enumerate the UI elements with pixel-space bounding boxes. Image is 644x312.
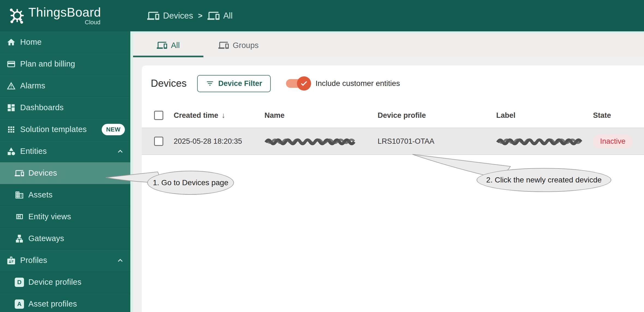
sidebar-item-label: Asset profiles bbox=[28, 299, 77, 308]
sidebar-item-entities[interactable]: Entities bbox=[0, 140, 130, 162]
logo-title: ThingsBoard bbox=[28, 5, 101, 19]
logo-subtitle: Cloud bbox=[85, 19, 100, 26]
sidebar-item-label: Device profiles bbox=[28, 278, 82, 287]
profiles-subgroup: D Device profiles A Asset profiles bbox=[0, 271, 130, 312]
sidebar-item-home[interactable]: Home bbox=[0, 31, 130, 53]
sidebar-item-label: Dashboards bbox=[20, 103, 64, 112]
column-header-name[interactable]: Name bbox=[264, 111, 378, 120]
sort-desc-icon: ↓ bbox=[222, 111, 225, 120]
sidebar-item-label: Plan and billing bbox=[20, 59, 75, 68]
redacted-scribble bbox=[496, 136, 583, 146]
devices-icon bbox=[147, 10, 159, 22]
tab-label: Groups bbox=[233, 41, 258, 50]
breadcrumb: Devices > All bbox=[147, 0, 233, 31]
sidebar-item-alarms[interactable]: Alarms bbox=[0, 75, 130, 97]
cell-name-redacted bbox=[264, 136, 378, 146]
callout-bubble-1: 1. Go to Devices page bbox=[147, 171, 234, 195]
status-badge-inactive: Inactive bbox=[593, 134, 633, 148]
home-icon bbox=[7, 38, 16, 47]
sidebar-item-label: Home bbox=[20, 38, 42, 47]
cell-created-time: 2025-05-28 18:20:35 bbox=[174, 137, 264, 146]
callout-text: 2. Click the newly created devicde bbox=[486, 176, 601, 184]
sidebar-item-asset-profiles[interactable]: A Asset profiles bbox=[0, 293, 130, 312]
gear-logo-icon bbox=[8, 7, 26, 25]
breadcrumb-item-devices[interactable]: Devices bbox=[147, 10, 193, 22]
sidebar-item-label: Gateways bbox=[28, 234, 64, 243]
cell-device-profile: LRS10701-OTAA bbox=[378, 137, 496, 146]
breadcrumb-separator: > bbox=[198, 11, 202, 20]
logo-text: ThingsBoard Cloud bbox=[28, 5, 101, 26]
sidebar-item-plan-and-billing[interactable]: Plan and billing bbox=[0, 53, 130, 75]
devices-table: Created time ↓ Name Device profile Label… bbox=[142, 103, 644, 155]
active-tab-indicator bbox=[133, 56, 203, 57]
lan-tree-icon bbox=[15, 234, 24, 243]
sidebar-item-dashboards[interactable]: Dashboards bbox=[0, 97, 130, 119]
include-customer-entities-toggle-wrap: Include customer entities bbox=[286, 76, 400, 91]
column-label: Device profile bbox=[378, 111, 426, 120]
id-badge-icon bbox=[7, 256, 16, 265]
category-shapes-icon bbox=[7, 147, 16, 156]
sidebar-nav: Home Plan and billing Alarms Dashboards … bbox=[0, 31, 130, 312]
asset-profile-letter-icon: A bbox=[15, 299, 24, 309]
devices-icon bbox=[207, 10, 219, 22]
entities-subgroup: Devices Assets Entity views Gateways bbox=[0, 162, 130, 250]
chevron-up-icon[interactable] bbox=[116, 147, 125, 156]
device-filter-button-label: Device Filter bbox=[218, 79, 262, 88]
column-header-device-profile[interactable]: Device profile bbox=[378, 111, 496, 120]
toggle-label: Include customer entities bbox=[315, 79, 400, 88]
device-filter-button[interactable]: Device Filter bbox=[197, 75, 271, 92]
thingsboard-app: ThingsBoard Cloud Devices > All Home Pla… bbox=[0, 0, 644, 312]
view-quilt-icon bbox=[15, 212, 24, 221]
warning-triangle-icon bbox=[7, 81, 16, 91]
sidebar-item-label: Entities bbox=[20, 147, 47, 156]
devices-icon bbox=[218, 40, 229, 50]
filter-icon bbox=[206, 79, 214, 88]
devices-icon bbox=[157, 40, 167, 50]
top-header-bar: ThingsBoard Cloud Devices > All bbox=[0, 0, 644, 31]
apps-grid-icon bbox=[7, 125, 16, 134]
breadcrumb-item-all[interactable]: All bbox=[207, 10, 233, 22]
breadcrumb-label: Devices bbox=[163, 11, 193, 21]
devices-toolbar: Devices Device Filter Include customer e… bbox=[142, 74, 644, 93]
column-label: Name bbox=[264, 111, 285, 120]
sidebar-item-label: Profiles bbox=[20, 256, 47, 265]
column-header-label[interactable]: Label bbox=[496, 111, 593, 120]
page-title: Devices bbox=[151, 78, 187, 89]
credit-card-icon bbox=[7, 59, 16, 69]
redacted-scribble bbox=[264, 136, 357, 146]
tab-all[interactable]: All bbox=[133, 33, 203, 57]
include-customer-entities-toggle[interactable] bbox=[286, 76, 311, 91]
column-label: State bbox=[593, 111, 611, 120]
check-icon bbox=[300, 79, 308, 88]
sidebar-item-label: Alarms bbox=[20, 81, 45, 90]
column-label: Label bbox=[496, 111, 516, 120]
callout-text: 1. Go to Devices page bbox=[153, 178, 228, 187]
entity-tabbar: All Groups bbox=[133, 33, 644, 57]
sidebar-item-assets[interactable]: Assets bbox=[0, 184, 130, 206]
row-checkbox[interactable] bbox=[154, 137, 163, 146]
toggle-thumb bbox=[297, 76, 311, 91]
select-all-checkbox[interactable] bbox=[154, 111, 163, 120]
column-header-state[interactable]: State bbox=[593, 111, 644, 120]
sidebar-item-label: Entity views bbox=[28, 212, 71, 221]
column-header-created-time[interactable]: Created time ↓ bbox=[174, 111, 264, 120]
sidebar-item-label: Assets bbox=[28, 190, 53, 199]
tab-label: All bbox=[171, 41, 180, 50]
cell-state: Inactive bbox=[593, 134, 644, 148]
sidebar-item-devices[interactable]: Devices bbox=[0, 162, 130, 184]
column-label: Created time bbox=[174, 111, 218, 120]
devices-icon bbox=[15, 169, 24, 178]
cell-label-redacted bbox=[496, 136, 593, 146]
sidebar-item-solution-templates[interactable]: Solution templates NEW bbox=[0, 119, 130, 140]
callout-bubble-2: 2. Click the newly created devicde bbox=[477, 168, 611, 192]
sidebar-item-label: Solution templates bbox=[20, 125, 87, 134]
sidebar-item-profiles[interactable]: Profiles bbox=[0, 250, 130, 271]
tab-groups[interactable]: Groups bbox=[203, 33, 274, 57]
sidebar-item-gateways[interactable]: Gateways bbox=[0, 228, 130, 250]
table-row[interactable]: 2025-05-28 18:20:35 LRS10701-OTAA bbox=[142, 128, 644, 155]
thingsboard-logo[interactable]: ThingsBoard Cloud bbox=[8, 5, 101, 26]
sidebar-item-entity-views[interactable]: Entity views bbox=[0, 206, 130, 228]
chevron-up-icon[interactable] bbox=[116, 256, 125, 265]
sidebar-item-label: Devices bbox=[28, 169, 57, 178]
sidebar-item-device-profiles[interactable]: D Device profiles bbox=[0, 271, 130, 293]
